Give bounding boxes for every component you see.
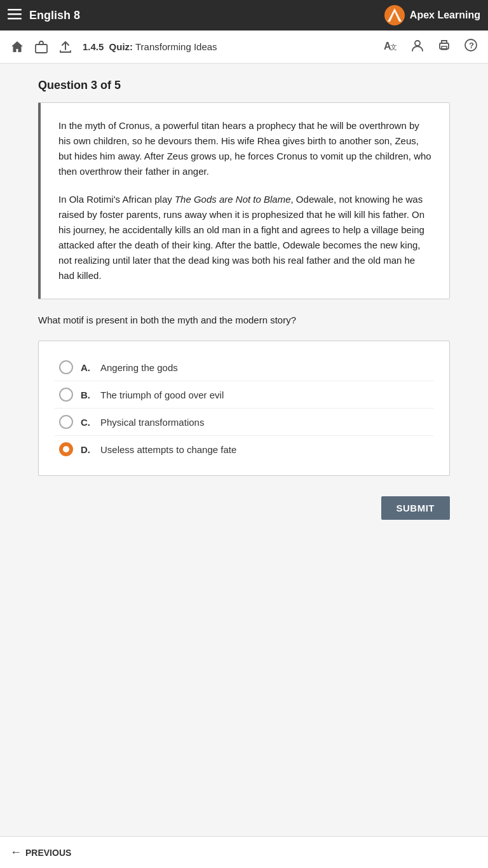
answer-letter-a: A.: [81, 362, 90, 373]
passage-paragraph-2: In Ola Rotimi's African play The Gods ar…: [58, 192, 431, 283]
answers-box: A. Angering the gods B. The triumph of g…: [38, 341, 450, 476]
svg-text:文: 文: [390, 43, 397, 51]
passage-p2-end: , Odewale, not knowing he was raised by …: [58, 194, 424, 281]
answer-text-b: The triumph of good over evil: [100, 390, 224, 400]
answer-option-a[interactable]: A. Angering the gods: [54, 354, 434, 381]
quiz-label: Quiz:: [109, 41, 133, 52]
answer-text-c: Physical transformations: [100, 417, 204, 428]
svg-point-9: [415, 41, 420, 46]
svg-rect-0: [8, 9, 22, 11]
passage-box: In the myth of Cronus, a powerful titan …: [38, 102, 450, 299]
answer-option-b[interactable]: B. The triumph of good over evil: [54, 381, 434, 408]
radio-c[interactable]: [59, 415, 73, 429]
brand-name: Apex Learning: [410, 10, 480, 21]
answer-text-d: Useless attempts to change fate: [100, 444, 236, 455]
answer-letter-b: B.: [81, 390, 90, 400]
menu-icon[interactable]: [8, 7, 22, 24]
question-text: What motif is present in both the myth a…: [38, 315, 450, 325]
submit-button[interactable]: SUBMIT: [381, 496, 451, 520]
answer-text-a: Angering the gods: [100, 362, 178, 373]
breadcrumb-text: 1.4.5 Quiz: Transforming Ideas: [83, 41, 217, 52]
passage-p2-start: In Ola Rotimi's African play: [58, 194, 175, 205]
svg-rect-11: [442, 46, 447, 50]
translate-icon[interactable]: A 文: [383, 37, 398, 56]
svg-text:?: ?: [469, 41, 474, 50]
radio-d[interactable]: [59, 442, 73, 456]
radio-b[interactable]: [59, 388, 73, 402]
help-icon[interactable]: ?: [464, 38, 478, 55]
passage-paragraph-1: In the myth of Cronus, a powerful titan …: [58, 118, 431, 179]
main-content: Question 3 of 5 In the myth of Cronus, a…: [0, 64, 488, 836]
previous-button[interactable]: ← PREVIOUS: [10, 846, 71, 859]
svg-rect-2: [8, 18, 22, 20]
radio-a[interactable]: [59, 360, 73, 374]
arrow-left-icon: ←: [10, 846, 22, 859]
portfolio-icon[interactable]: [34, 40, 48, 54]
radio-d-inner: [63, 446, 69, 452]
upload-icon[interactable]: [58, 40, 72, 54]
svg-rect-6: [36, 44, 47, 53]
bottom-navigation: ← PREVIOUS: [0, 836, 488, 868]
profile-icon[interactable]: [410, 38, 424, 55]
submit-area: SUBMIT: [38, 496, 450, 520]
print-icon[interactable]: [437, 38, 451, 55]
apex-logo: Apex Learning: [384, 5, 480, 25]
answer-letter-d: D.: [81, 444, 90, 455]
quiz-title: Transforming Ideas: [135, 41, 217, 52]
breadcrumb-bar: 1.4.5 Quiz: Transforming Ideas A 文: [0, 31, 488, 64]
answer-letter-c: C.: [81, 417, 90, 428]
home-icon[interactable]: [10, 40, 24, 54]
svg-rect-1: [8, 13, 22, 15]
answer-option-c[interactable]: C. Physical transformations: [54, 408, 434, 435]
top-navigation: English 8 Apex Learning: [0, 0, 488, 31]
course-title: English 8: [29, 9, 80, 22]
lesson-number: 1.4.5: [83, 41, 104, 52]
previous-label: PREVIOUS: [25, 848, 71, 858]
passage-book-title: The Gods are Not to Blame: [175, 194, 291, 205]
answer-option-d[interactable]: D. Useless attempts to change fate: [54, 435, 434, 463]
question-header: Question 3 of 5: [38, 79, 450, 92]
